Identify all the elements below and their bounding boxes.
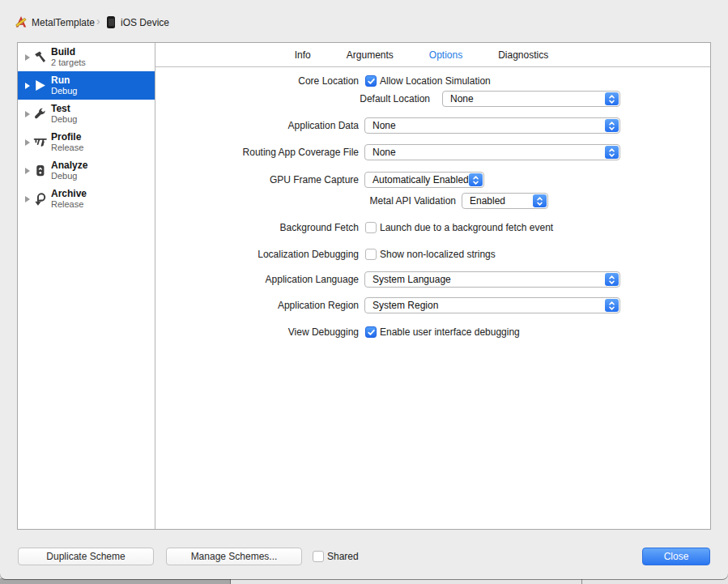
metal-api-validation-label: Metal API Validation xyxy=(369,195,456,207)
breadcrumb-destination[interactable]: iOS Device xyxy=(121,17,169,29)
chevron-separator-icon: › xyxy=(96,15,100,28)
application-language-select[interactable]: System Language xyxy=(364,271,620,288)
shared-checkbox[interactable] xyxy=(313,551,324,562)
tab-bar-divider xyxy=(155,66,710,67)
disclosure-triangle-icon[interactable] xyxy=(25,111,30,117)
stepper-icon xyxy=(605,119,619,132)
scheme-editor-sheet: MetalTemplate › iOS Device Build 2 targe… xyxy=(0,0,728,579)
application-language-value: System Language xyxy=(373,272,451,287)
sidebar-item-subtitle: Release xyxy=(51,143,83,152)
sidebar-item-title: Archive xyxy=(51,188,87,199)
shared-checkbox-label: Shared xyxy=(327,551,359,563)
sidebar-item-title: Run xyxy=(51,75,70,86)
metal-api-validation-value: Enabled xyxy=(470,194,505,208)
manage-schemes-button[interactable]: Manage Schemes... xyxy=(166,548,302,565)
routing-app-coverage-label: Routing App Coverage File xyxy=(243,147,359,159)
sidebar-item-build[interactable]: Build 2 targets xyxy=(18,43,155,71)
localization-debugging-checkbox-label: Show non-localized strings xyxy=(380,249,496,261)
disclosure-triangle-icon[interactable] xyxy=(25,54,30,61)
wrench-icon xyxy=(33,107,47,121)
gpu-frame-capture-label: GPU Frame Capture xyxy=(270,174,359,186)
metal-api-validation-select[interactable]: Enabled xyxy=(462,193,548,209)
default-location-select[interactable]: None xyxy=(442,91,620,107)
background-fetch-checkbox[interactable] xyxy=(365,222,377,233)
tab-diagnostics[interactable]: Diagnostics xyxy=(498,49,548,61)
disclosure-triangle-icon[interactable] xyxy=(25,83,30,89)
disclosure-triangle-icon[interactable] xyxy=(25,139,30,146)
sidebar-item-run[interactable]: Run Debug xyxy=(18,71,155,100)
stepper-icon xyxy=(605,146,619,159)
close-button[interactable]: Close xyxy=(642,548,710,565)
application-data-select[interactable]: None xyxy=(364,117,620,134)
disclosure-triangle-icon[interactable] xyxy=(25,168,30,174)
application-region-label: Application Region xyxy=(278,300,359,312)
sidebar-item-subtitle: 2 targets xyxy=(51,58,86,67)
background-window-divider xyxy=(230,578,231,584)
sidebar-item-subtitle: Debug xyxy=(51,86,77,96)
sidebar-item-title: Test xyxy=(51,103,70,114)
duplicate-scheme-button[interactable]: Duplicate Scheme xyxy=(18,548,154,565)
sidebar-item-title: Profile xyxy=(51,131,81,143)
allow-location-simulation-checkbox[interactable] xyxy=(365,75,377,87)
routing-app-coverage-select[interactable]: None xyxy=(364,144,620,160)
stepper-icon xyxy=(605,273,619,286)
core-location-label: Core Location xyxy=(298,75,359,87)
background-window-strip xyxy=(0,578,728,584)
hammer-icon xyxy=(33,50,47,64)
stepper-icon xyxy=(605,299,619,312)
tab-arguments[interactable]: Arguments xyxy=(347,49,394,61)
sidebar-item-subtitle: Debug xyxy=(51,171,77,181)
stepper-icon xyxy=(533,194,547,207)
breadcrumb-scheme[interactable]: MetalTemplate xyxy=(32,17,95,29)
stepper-icon xyxy=(469,173,483,186)
caliper-icon xyxy=(33,135,47,149)
view-debugging-checkbox-label: Enable user interface debugging xyxy=(380,326,520,339)
background-fetch-label: Background Fetch xyxy=(280,222,359,234)
application-region-value: System Region xyxy=(373,298,438,313)
disclosure-triangle-icon[interactable] xyxy=(25,196,30,202)
application-data-value: None xyxy=(373,118,396,133)
default-location-value: None xyxy=(450,92,474,106)
sidebar-item-profile[interactable]: Profile Release xyxy=(18,128,155,156)
routing-app-coverage-value: None xyxy=(373,145,396,160)
tab-bar: Info Arguments Options Diagnostics xyxy=(144,43,699,66)
view-debugging-checkbox[interactable] xyxy=(365,326,377,338)
localization-debugging-checkbox[interactable] xyxy=(365,249,377,260)
allow-location-simulation-label: Allow Location Simulation xyxy=(380,75,491,87)
archive-icon xyxy=(33,192,47,206)
sidebar-item-subtitle: Release xyxy=(51,199,83,209)
sidebar-item-title: Analyze xyxy=(51,160,87,171)
breadcrumb: MetalTemplate › iOS Device xyxy=(0,0,728,42)
view-debugging-label: View Debugging xyxy=(288,326,359,339)
application-language-label: Application Language xyxy=(266,274,359,286)
background-window-strip-left xyxy=(0,578,230,584)
gpu-frame-capture-select[interactable]: Automatically Enabled xyxy=(364,172,484,188)
sidebar-item-archive[interactable]: Archive Release xyxy=(18,185,155,213)
default-location-label: Default Location xyxy=(360,93,430,105)
application-region-select[interactable]: System Region xyxy=(364,297,620,313)
sidebar-item-title: Build xyxy=(51,46,75,58)
sidebar-item-subtitle: Debug xyxy=(51,114,77,124)
sidebar-item-test[interactable]: Test Debug xyxy=(18,100,155,128)
ios-device-icon xyxy=(107,16,115,28)
sidebar-item-analyze[interactable]: Analyze Debug xyxy=(18,156,155,185)
tab-info[interactable]: Info xyxy=(295,49,311,61)
background-fetch-checkbox-label: Launch due to a background fetch event xyxy=(380,222,553,234)
localization-debugging-label: Localization Debugging xyxy=(258,249,359,261)
tab-options[interactable]: Options xyxy=(429,49,462,61)
analyze-icon xyxy=(33,164,47,177)
gpu-frame-capture-value: Automatically Enabled xyxy=(373,173,469,187)
stepper-icon xyxy=(605,92,619,105)
project-app-icon xyxy=(15,15,28,28)
play-icon xyxy=(33,79,47,92)
background-window-divider xyxy=(581,578,582,584)
application-data-label: Application Data xyxy=(288,120,359,132)
